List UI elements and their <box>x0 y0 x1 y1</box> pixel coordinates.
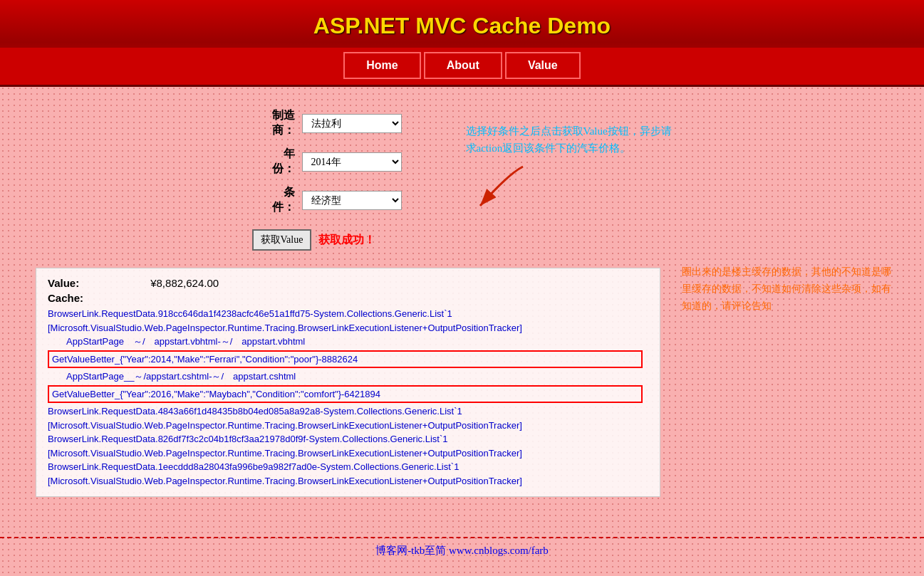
condition-label: 条 件： <box>252 185 295 215</box>
cache-section-label: Cache: <box>48 292 648 304</box>
page-title: ASP.NET MVC Cache Demo <box>0 6 924 48</box>
year-row: 年 份： 2014年 2015年 2016年 2017年 <box>252 147 402 177</box>
home-nav[interactable]: Home <box>343 52 420 79</box>
year-label: 年 份： <box>252 147 295 177</box>
value-row: Value: ¥8,882,624.00 <box>48 277 648 289</box>
cache-entry: BrowserLink.RequestData.918cc646da1f4238… <box>48 307 648 321</box>
main-content: 制造商： 法拉利 迈巴赫 宝马 奔驰 年 份： 2014年 2015年 2016… <box>0 87 924 523</box>
form-section: 制造商： 法拉利 迈巴赫 宝马 奔驰 年 份： 2014年 2015年 2016… <box>28 108 896 251</box>
make-select[interactable]: 法拉利 迈巴赫 宝马 奔驰 <box>302 114 402 133</box>
value-amount: ¥8,882,624.00 <box>150 277 219 289</box>
bottom-section: Value: ¥8,882,624.00 Cache: BrowserLink.… <box>28 256 896 508</box>
arrow-icon <box>452 159 537 216</box>
get-value-button[interactable]: 获取Value <box>252 229 312 251</box>
footer-text: 博客网-tkb至简 www.cnblogs.com/farb <box>375 545 549 556</box>
cache-entry: BrowserLink.RequestData.1eecddd8a28043fa… <box>48 460 648 474</box>
cache-block: Value: ¥8,882,624.00 Cache: BrowserLink.… <box>28 256 668 508</box>
cache-entry: GetValueBetter_{"Year":2016,"Make":"Mayb… <box>48 385 643 404</box>
condition-row: 条 件： 经济型 舒适型 豪华型 <box>252 185 402 215</box>
value-nav[interactable]: Value <box>505 52 581 79</box>
value-label: Value: <box>48 277 79 289</box>
action-row: 获取Value 获取成功！ <box>252 229 402 251</box>
cache-entry: [Microsoft.VisualStudio.Web.PageInspecto… <box>48 446 648 461</box>
cache-entry: AppStartPage ～/ appstart.vbhtml-～/ appst… <box>48 335 648 349</box>
cache-entry: BrowserLink.RequestData.826df7f3c2c04b1f… <box>48 432 648 446</box>
condition-select[interactable]: 经济型 舒适型 豪华型 <box>302 191 402 210</box>
cache-entry: BrowserLink.RequestData.4843a66f1d48435b… <box>48 404 648 419</box>
footer: 博客网-tkb至简 www.cnblogs.com/farb <box>0 537 924 563</box>
cache-entry: [Microsoft.VisualStudio.Web.PageInspecto… <box>48 474 648 488</box>
cache-annotation-area: 圈出来的是楼主缓存的数据，其他的不知道是哪里缓存的数据，不知道如何清除这些杂项，… <box>682 256 896 314</box>
make-row: 制造商： 法拉利 迈巴赫 宝马 奔驰 <box>252 108 402 138</box>
form-annotation: 选择好条件之后点击获取Value按钮，异步请求action返回该条件下的汽车价格… <box>445 115 673 157</box>
cache-entry: AppStartPage__～/appstart.cshtml-～/ appst… <box>48 370 648 384</box>
cache-entries: BrowserLink.RequestData.918cc646da1f4238… <box>48 307 648 488</box>
form-fields: 制造商： 法拉利 迈巴赫 宝马 奔驰 年 份： 2014年 2015年 2016… <box>252 108 402 251</box>
navigation: Home About Value <box>0 48 924 85</box>
year-select[interactable]: 2014年 2015年 2016年 2017年 <box>302 152 402 172</box>
about-nav[interactable]: About <box>424 52 502 79</box>
cache-entry: GetValueBetter_{"Year":2014,"Make":"Ferr… <box>48 350 643 369</box>
cache-annotation: 圈出来的是楼主缓存的数据，其他的不知道是哪里缓存的数据，不知道如何清除这些杂项，… <box>682 263 896 314</box>
cache-entry: [Microsoft.VisualStudio.Web.PageInspecto… <box>48 419 648 433</box>
cache-entry: [Microsoft.VisualStudio.Web.PageInspecto… <box>48 321 648 335</box>
make-label: 制造商： <box>252 108 295 138</box>
success-message: 获取成功！ <box>318 233 375 248</box>
annotation-area: 选择好条件之后点击获取Value按钮，异步请求action返回该条件下的汽车价格… <box>445 108 673 216</box>
value-cache-section: Value: ¥8,882,624.00 Cache: BrowserLink.… <box>36 268 660 497</box>
header: ASP.NET MVC Cache Demo Home About Value <box>0 0 924 87</box>
